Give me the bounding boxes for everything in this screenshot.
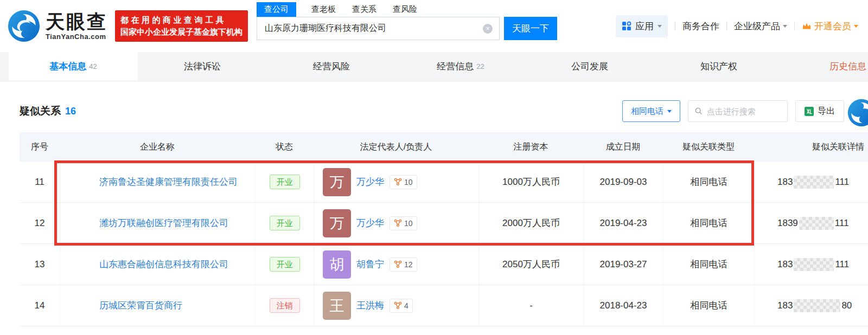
col-header-relation-detail: 疑似关联详情 [754, 141, 868, 153]
floating-logo-button[interactable] [847, 99, 868, 127]
section-header: 疑似关系 16 相同电话 导出 [20, 99, 848, 124]
section-count: 16 [65, 106, 76, 117]
relation-type-cell: 相同电话 [663, 244, 754, 285]
capital-cell: 2050万人民币 [478, 244, 583, 285]
company-link[interactable]: 济南鲁达圣健康管理有限责任公司 [99, 176, 238, 188]
company-link[interactable]: 潍坊万联融创医疗管理有限公司 [99, 217, 228, 229]
row-number: 14 [20, 285, 60, 326]
relation-type-cell: 相同电话 [663, 162, 754, 202]
relation-count: 10 [404, 219, 413, 228]
capital-cell: 2000万人民币 [478, 203, 583, 243]
tab-label: 法律诉讼 [184, 60, 221, 73]
divider [794, 22, 795, 30]
relation-graph-badge[interactable]: 12 [390, 257, 417, 272]
relation-type-cell: 相同电话 [663, 203, 754, 243]
search-tab-boss[interactable]: 查老板 [310, 2, 337, 17]
blurred-phone-mask [794, 258, 834, 271]
export-button[interactable]: 导出 [795, 100, 844, 122]
company-tabbar: 基本信息 42 法律诉讼 经营风险 经营信息 22 公司发展 知识产权 历史信息 [0, 52, 868, 81]
table-row: 12 潍坊万联融创医疗管理有限公司 开业 万 万少华 10 2000万人民币 2… [20, 203, 868, 244]
legal-rep-link[interactable]: 万少华 [356, 217, 384, 229]
phone-prefix: 183 [777, 259, 793, 270]
tianyancha-float-icon [847, 99, 868, 127]
tianyancha-logo[interactable]: 天眼查 TianYanCha.com [8, 10, 107, 42]
apps-grid-icon [622, 21, 631, 31]
search-button[interactable]: 天眼一下 [504, 17, 557, 40]
legal-rep-link[interactable]: 王洪梅 [356, 299, 384, 312]
caret-down-icon [854, 25, 858, 30]
tab-intellectual-property[interactable]: 知识产权 [654, 52, 783, 81]
nav-cooperation[interactable]: 商务合作 [682, 20, 719, 33]
tab-legal[interactable]: 法律诉讼 [138, 52, 267, 81]
nav-vip-button[interactable]: 开通会员 [802, 20, 858, 33]
nav-vip-label: 开通会员 [814, 20, 851, 33]
relation-detail-cell: 183111 [754, 244, 868, 285]
date-cell: 2018-04-23 [583, 285, 663, 326]
tab-label: 基本信息 [49, 60, 86, 73]
phone-suffix: 111 [835, 259, 849, 270]
promo-banner: 都在用的商业查询工具 国家中小企业发展子基金旗下机构 [115, 10, 248, 42]
date-cell: 2019-04-23 [583, 203, 663, 243]
col-header-capital: 注册资本 [478, 141, 583, 153]
phone-prefix: 1839 [777, 218, 798, 229]
phone-prefix: 183 [777, 177, 793, 188]
search-tab-risk[interactable]: 查风险 [392, 2, 418, 17]
nav-enterprise-label: 企业级产品 [734, 20, 780, 33]
magnifier-icon [695, 107, 703, 115]
tab-history-info[interactable]: 历史信息 [783, 52, 868, 81]
date-cell: 2019-09-03 [583, 162, 663, 202]
clear-icon[interactable]: × [483, 24, 493, 34]
phone-suffix: 111 [835, 218, 849, 229]
tab-business-info[interactable]: 经营信息 22 [396, 52, 525, 81]
graph-icon [394, 178, 402, 186]
logo-subtitle: TianYanCha.com [46, 33, 107, 41]
crown-icon [802, 22, 812, 30]
relation-detail-cell: 18380 [754, 285, 868, 326]
caret-down-icon [658, 25, 662, 30]
legal-rep-link[interactable]: 胡鲁宁 [356, 258, 384, 270]
table-search-input[interactable] [707, 107, 781, 116]
main-content: 疑似关系 16 相同电话 导出 [0, 99, 868, 326]
col-header-date: 成立日期 [583, 141, 663, 153]
tab-company-development[interactable]: 公司发展 [525, 52, 654, 81]
export-label: 导出 [818, 106, 835, 117]
search-input[interactable] [265, 24, 478, 34]
legal-rep-link[interactable]: 万少华 [356, 176, 384, 188]
tab-label: 公司发展 [571, 60, 608, 73]
status-badge: 注销 [270, 298, 300, 313]
tab-operating-risk[interactable]: 经营风险 [267, 52, 396, 81]
section-controls: 相同电话 导出 [622, 100, 844, 122]
avatar: 胡 [323, 250, 351, 279]
relation-graph-badge[interactable]: 10 [390, 175, 417, 189]
site-header: 天眼查 TianYanCha.com 都在用的商业查询工具 国家中小企业发展子基… [0, 0, 868, 52]
nav-apps-label: 应用 [635, 20, 654, 33]
caret-down-icon [783, 25, 787, 30]
company-link[interactable]: 历城区荣霄百货商行 [99, 299, 182, 312]
relation-graph-badge[interactable]: 10 [390, 216, 417, 230]
table-search-box[interactable] [688, 100, 788, 122]
tab-basic-info[interactable]: 基本信息 42 [9, 52, 138, 81]
logo-text: 天眼查 TianYanCha.com [46, 12, 107, 41]
search-tab-relation[interactable]: 查关系 [351, 2, 378, 17]
tianyancha-logo-icon [8, 10, 40, 42]
relation-filter-dropdown[interactable]: 相同电话 [622, 100, 680, 122]
tab-label: 知识产权 [700, 60, 737, 73]
company-link[interactable]: 山东惠合融创信息科技有限公司 [99, 258, 228, 270]
phone-prefix: 183 [777, 300, 793, 311]
graph-icon [394, 301, 402, 310]
relation-graph-badge[interactable]: 4 [390, 299, 413, 313]
avatar: 王 [323, 292, 351, 320]
nav-enterprise[interactable]: 企业级产品 [734, 20, 787, 33]
graph-icon [394, 260, 402, 268]
avatar: 万 [323, 209, 351, 237]
top-nav: 应用 商务合作 企业级产品 开通会员 [616, 15, 858, 37]
relation-count: 12 [404, 260, 413, 269]
tab-label: 经营风险 [313, 60, 350, 73]
row-number: 12 [20, 203, 60, 243]
search-tab-company[interactable]: 查公司 [257, 2, 296, 17]
nav-apps-button[interactable]: 应用 [616, 15, 668, 37]
avatar: 万 [323, 168, 351, 196]
relation-detail-cell: 1839111 [754, 203, 868, 243]
graph-icon [394, 219, 402, 227]
tab-count: 42 [89, 62, 97, 70]
